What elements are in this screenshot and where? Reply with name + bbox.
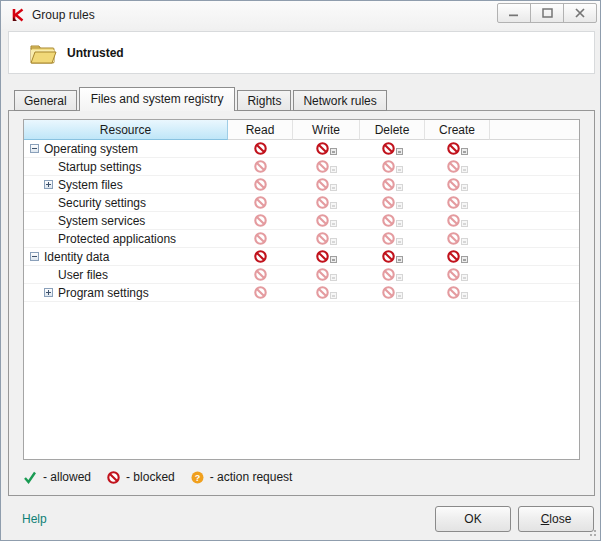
titlebar: Group rules — [1, 1, 600, 29]
filler-cell — [490, 230, 579, 247]
resource-label: Startup settings — [58, 160, 141, 174]
tab-files-and-system-registry[interactable]: Files and system registry — [79, 87, 236, 111]
column-header-write[interactable]: Write — [293, 120, 360, 140]
blocked-icon — [254, 268, 267, 281]
write-cell — [293, 158, 360, 175]
create-status[interactable] — [447, 232, 468, 245]
close-window-button[interactable] — [563, 3, 597, 23]
blocked-icon — [382, 160, 395, 173]
log-marker-icon — [461, 292, 468, 299]
create-status[interactable] — [447, 214, 468, 227]
column-header-delete[interactable]: Delete — [360, 120, 425, 140]
read-status[interactable] — [254, 142, 267, 155]
create-status[interactable] — [447, 268, 468, 281]
delete-status[interactable] — [382, 142, 403, 155]
help-link[interactable]: Help — [22, 512, 47, 526]
read-status[interactable] — [254, 268, 267, 281]
write-status[interactable] — [316, 214, 337, 227]
blocked-icon — [107, 471, 120, 484]
read-status[interactable] — [254, 178, 267, 191]
blocked-icon — [316, 142, 329, 155]
table-body: Operating system — [24, 140, 579, 302]
delete-status[interactable] — [382, 178, 403, 191]
column-header-read[interactable]: Read — [228, 120, 293, 140]
read-status[interactable] — [254, 214, 267, 227]
window-controls — [498, 3, 597, 23]
log-marker-icon — [396, 148, 403, 155]
create-status[interactable] — [447, 250, 468, 263]
delete-status[interactable] — [382, 286, 403, 299]
log-marker-icon — [461, 166, 468, 173]
table-row[interactable]: Security settings — [24, 194, 579, 212]
create-status[interactable] — [447, 142, 468, 155]
expander-icon[interactable] — [30, 252, 39, 261]
create-status[interactable] — [447, 196, 468, 209]
expander-icon[interactable] — [44, 288, 53, 297]
write-status[interactable] — [316, 232, 337, 245]
close-icon — [575, 8, 585, 18]
table-row[interactable]: Program settings — [24, 284, 579, 302]
blocked-icon — [447, 196, 460, 209]
log-marker-icon — [461, 274, 468, 281]
table-row[interactable]: System files — [24, 176, 579, 194]
table-row[interactable]: User files — [24, 266, 579, 284]
log-marker-icon — [396, 238, 403, 245]
legend-blocked-label: - blocked — [126, 470, 175, 484]
tabstrip: General Files and system registry Rights… — [14, 87, 389, 111]
tab-rights[interactable]: Rights — [237, 90, 291, 111]
read-status[interactable] — [254, 196, 267, 209]
delete-status[interactable] — [382, 214, 403, 227]
blocked-icon — [382, 286, 395, 299]
read-cell — [228, 284, 293, 301]
blocked-icon — [447, 214, 460, 227]
write-status[interactable] — [316, 178, 337, 191]
table-row[interactable]: Identity data — [24, 248, 579, 266]
delete-status[interactable] — [382, 250, 403, 263]
window-title: Group rules — [32, 1, 95, 29]
write-status[interactable] — [316, 286, 337, 299]
tab-general[interactable]: General — [14, 90, 77, 111]
close-button[interactable]: Close — [518, 506, 594, 532]
write-status[interactable] — [316, 268, 337, 281]
legend-allowed: - allowed — [23, 470, 91, 484]
tab-network-rules[interactable]: Network rules — [293, 90, 386, 111]
create-status[interactable] — [447, 178, 468, 191]
read-status[interactable] — [254, 160, 267, 173]
resource-label: System files — [58, 178, 123, 192]
write-status[interactable] — [316, 160, 337, 173]
table-row[interactable]: Protected applications — [24, 230, 579, 248]
log-marker-icon — [461, 148, 468, 155]
write-status[interactable] — [316, 196, 337, 209]
delete-status[interactable] — [382, 232, 403, 245]
delete-status[interactable] — [382, 196, 403, 209]
create-status[interactable] — [447, 286, 468, 299]
write-cell — [293, 140, 360, 157]
write-cell — [293, 194, 360, 211]
read-status[interactable] — [254, 232, 267, 245]
write-status[interactable] — [316, 142, 337, 155]
table-row[interactable]: Operating system — [24, 140, 579, 158]
delete-status[interactable] — [382, 160, 403, 173]
read-status[interactable] — [254, 250, 267, 263]
column-header-resource[interactable]: Resource — [24, 120, 228, 140]
table-row[interactable]: System services — [24, 212, 579, 230]
minimize-button[interactable] — [497, 3, 531, 23]
column-header-create[interactable]: Create — [425, 120, 490, 140]
log-marker-icon — [396, 256, 403, 263]
ok-button[interactable]: OK — [435, 506, 511, 532]
maximize-button[interactable] — [530, 3, 564, 23]
delete-status[interactable] — [382, 268, 403, 281]
create-cell — [425, 266, 490, 283]
blocked-icon — [316, 286, 329, 299]
group-banner: Untrusted — [8, 31, 595, 74]
expander-icon[interactable] — [30, 144, 39, 153]
create-status[interactable] — [447, 160, 468, 173]
expander-icon[interactable] — [44, 180, 53, 189]
blocked-icon — [254, 160, 267, 173]
write-status[interactable] — [316, 250, 337, 263]
blocked-icon — [447, 160, 460, 173]
read-status[interactable] — [254, 286, 267, 299]
resize-grip[interactable] — [587, 527, 597, 537]
table-row[interactable]: Startup settings — [24, 158, 579, 176]
write-cell — [293, 284, 360, 301]
